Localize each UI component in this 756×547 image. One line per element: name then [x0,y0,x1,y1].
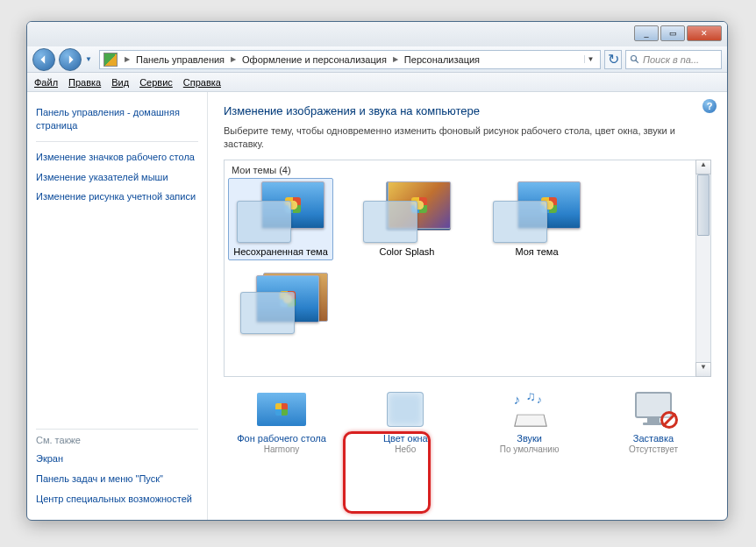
window-color-icon [387,392,424,427]
sidebar-link-display[interactable]: Экран [36,449,198,469]
theme-item-4[interactable] [232,273,337,337]
disabled-icon [660,411,678,429]
option-window-color[interactable]: Цвет окна Небо [353,389,458,454]
nav-history-dropdown[interactable]: ▼ [85,55,96,63]
search-placeholder: Поиск в па... [643,54,699,65]
theme-item-color-splash[interactable]: Color Splash [354,181,460,257]
aero-glass-icon [237,201,291,243]
chevron-right-icon: ▶ [228,55,239,63]
see-also-header: См. также [36,429,198,449]
theme-label: Color Splash [354,246,460,257]
sidebar-link-desktop-icons[interactable]: Изменение значков рабочего стола [36,147,198,167]
theme-label: Моя тема [484,246,589,257]
theme-label: Несохраненная тема [232,246,330,257]
nav-toolbar: ▼ ▶ Панель управления ▶ Оформление и пер… [27,46,727,73]
address-dropdown[interactable]: ▼ [584,55,596,63]
sidebar-link-ease-of-access[interactable]: Центр специальных возможностей [36,489,198,509]
option-label: Цвет окна [353,433,458,444]
sidebar-link-mouse-pointers[interactable]: Изменение указателей мыши [36,167,198,188]
scroll-track[interactable] [696,174,710,362]
scroll-down-button[interactable]: ▼ [695,362,711,377]
content-body: Панель управления - домашняя страница Из… [27,92,727,520]
option-value: Harmony [229,444,334,454]
breadcrumb-segment[interactable]: Оформление и персонализация [240,54,389,65]
menu-help[interactable]: Справка [183,77,221,88]
sidebar-home-link[interactable]: Панель управления - домашняя страница [36,103,198,136]
desktop-background-icon [257,393,306,426]
aero-glass-icon [240,292,295,334]
option-label: Звуки [477,433,582,444]
option-label: Фон рабочего стола [229,433,334,444]
menu-bar: Файл Правка Вид Сервис Справка [27,73,727,92]
refresh-button[interactable]: ↻ [604,50,622,69]
page-description: Выберите тему, чтобы одновременно измени… [224,124,711,151]
chevron-right-icon: ▶ [122,55,132,63]
control-panel-icon [103,53,118,67]
theme-item-my-theme[interactable]: Моя тема [484,181,589,257]
breadcrumb-segment[interactable]: Панель управления [134,54,226,65]
menu-view[interactable]: Вид [111,77,129,88]
option-sounds[interactable]: ♪♫♪ Звуки По умолчанию [477,389,582,454]
chevron-right-icon: ▶ [390,55,401,63]
sounds-icon: ♪♫♪ [510,392,549,427]
svg-line-1 [636,60,638,62]
menu-file[interactable]: Файл [34,77,58,88]
option-value: Отсутствует [601,444,706,454]
option-desktop-background[interactable]: Фон рабочего стола Harmony [229,389,334,454]
option-label: Заставка [601,433,706,444]
themes-container: Мои темы (4) Несохраненная тема Color Sp… [224,160,711,377]
minimize-button[interactable]: _ [634,25,659,41]
scroll-thumb[interactable] [697,174,710,236]
theme-grid: Несохраненная тема Color Splash Моя тема [225,180,710,339]
back-button[interactable] [32,48,55,71]
svg-point-0 [631,55,637,60]
option-screensaver[interactable]: Заставка Отсутствует [601,389,706,454]
sidebar-link-account-picture[interactable]: Изменение рисунка учетной записи [36,187,198,207]
sidebar-link-taskbar[interactable]: Панель задач и меню "Пуск" [36,469,198,489]
aero-glass-icon [363,201,417,243]
menu-service[interactable]: Сервис [139,77,173,88]
scrollbar[interactable]: ▲ ▼ [695,160,710,376]
personalization-options: Фон рабочего стола Harmony Цвет окна Неб… [224,377,711,454]
aero-glass-icon [493,201,547,243]
theme-item-unsaved[interactable]: Несохраненная тема [228,178,333,260]
address-bar[interactable]: ▶ Панель управления ▶ Оформление и персо… [99,50,601,69]
titlebar: _ ▭ ✕ [27,22,727,46]
main-panel: ? Изменение изображения и звука на компь… [208,92,727,520]
help-icon[interactable]: ? [703,99,717,113]
screensaver-icon [632,392,674,427]
search-input[interactable]: Поиск в па... [625,50,722,69]
explorer-window: _ ▭ ✕ ▼ ▶ Панель управления ▶ Оформление… [26,21,728,521]
scroll-up-button[interactable]: ▲ [695,160,711,174]
maximize-button[interactable]: ▭ [660,25,685,41]
option-value: Небо [353,444,458,454]
menu-edit[interactable]: Правка [68,77,101,88]
page-title: Изменение изображения и звука на компьют… [224,104,711,117]
option-value: По умолчанию [477,444,582,454]
forward-button[interactable] [59,48,82,71]
sidebar: Панель управления - домашняя страница Из… [27,92,208,520]
search-icon [630,54,640,65]
close-button[interactable]: ✕ [687,25,722,41]
breadcrumb-segment[interactable]: Персонализация [403,54,481,65]
my-themes-header: Мои темы (4) [225,160,710,180]
